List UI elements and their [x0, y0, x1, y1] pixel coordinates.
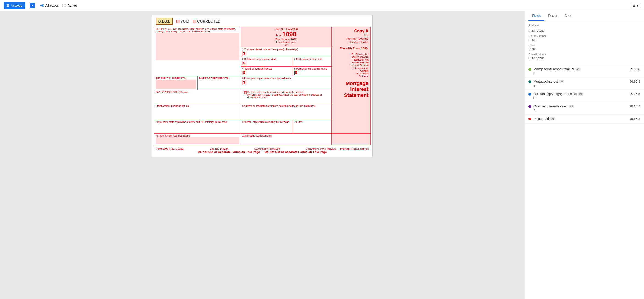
confidence-pct: 99.98% — [630, 117, 640, 121]
account-label: Account number (see instructions) — [156, 135, 239, 137]
box1-label: 1 Mortgage interest received from payer(… — [242, 48, 330, 51]
form-title: Mortgage Interest Statement — [333, 80, 368, 98]
form-bottom: Form 1098 (Rev. 1-2022) Cat. No. 14402K … — [154, 146, 370, 155]
address-section: Address 8181 VOID HouseNumber 8181 Road … — [525, 21, 644, 65]
all-pages-option[interactable]: All pages — [40, 4, 59, 7]
box8-label: 8 Address or description of property sec… — [242, 105, 330, 107]
toolbar-left: ⊞ Analyze ▾ All pages Range — [4, 2, 77, 9]
analyze-icon: ⊞ — [6, 3, 10, 7]
form-word: Form — [276, 34, 282, 37]
confidence-badge: #1 — [569, 105, 574, 108]
confidence-dot — [528, 105, 531, 108]
title-line2: Interest — [333, 86, 368, 92]
confidence-info: MortgageInterest #1 $ — [534, 80, 630, 87]
void-check-square — [176, 20, 180, 23]
title-line3: Statement — [333, 92, 368, 98]
confidence-name-text: PointsPaid — [534, 117, 549, 121]
document-wrapper: 8181 VOID CORRECTED RECIPIENT'S/LENDER'S… — [152, 15, 373, 157]
city-state-value — [156, 123, 239, 132]
confidence-value: $ — [534, 109, 630, 112]
form-label: Form 1098 — [242, 30, 330, 38]
recipient-tin-label: RECIPIENT'S/LENDER'S TIN — [156, 77, 196, 80]
page-range-group: All pages Range — [40, 4, 77, 7]
confidence-value: $ — [534, 84, 630, 87]
document-area: 8181 VOID CORRECTED RECIPIENT'S/LENDER'S… — [0, 11, 524, 299]
range-option[interactable]: Range — [62, 4, 77, 7]
analyze-button[interactable]: ⊞ Analyze — [4, 2, 25, 9]
recipient-value-area — [156, 33, 239, 60]
road-field: Road VOID — [528, 44, 640, 51]
box7-checkbox[interactable] — [244, 91, 246, 94]
confidence-dot — [528, 118, 531, 120]
all-pages-radio[interactable] — [40, 4, 44, 7]
confidence-name-text: MortgageInsurancePremium — [534, 67, 574, 71]
confidence-left: OutstandingMortgagePrincipal #1 $ — [528, 92, 630, 100]
omb-number: OMB No. 1545-1380 — [242, 28, 330, 30]
box11-label: 11 Mortgage acquisition date — [242, 135, 330, 137]
confidence-badge: #1 — [576, 67, 580, 71]
confidence-name: MortgageInterest #1 — [534, 80, 630, 83]
street-address-value — [156, 107, 239, 119]
form-bottom-cat: Cat. No. 14402K — [210, 147, 228, 150]
calendar-year-20: 20 — [242, 43, 330, 46]
confidence-value: $ — [534, 96, 630, 100]
confidence-info: PointsPaid #1 — [534, 117, 630, 121]
range-radio[interactable] — [62, 4, 66, 7]
confidence-name-text: MortgageInterest — [534, 80, 558, 83]
confidence-name: OverpaidInterestRefund #1 — [534, 104, 630, 108]
dropdown-arrow-icon: ▾ — [32, 4, 33, 7]
tab-code[interactable]: Code — [561, 11, 576, 21]
void-value: 8181 VOID — [528, 29, 640, 33]
confidence-dot — [528, 80, 531, 83]
confidence-left: MortgageInsurancePremium #1 $ — [528, 67, 630, 75]
box5-dollar: $ — [294, 70, 298, 75]
confidence-badge: #1 — [578, 92, 583, 95]
tab-result[interactable]: Result — [544, 11, 561, 21]
confidence-info: OverpaidInterestRefund #1 $ — [534, 104, 630, 112]
corrected-checkbox[interactable]: CORRECTED — [193, 19, 220, 23]
confidence-item: OutstandingMortgagePrincipal #1 $ 99.95% — [525, 90, 644, 102]
privacy-notice: For Privacy Act and Paperwork Reduction … — [333, 53, 368, 78]
file-with: File with Form 1096. — [333, 47, 368, 50]
box4-label: 4 Refund of overpaid interest — [242, 67, 291, 70]
form-bottom-url: www.irs.gov/Form1098 — [254, 147, 280, 150]
account-value — [156, 137, 239, 144]
confidence-name-text: OverpaidInterestRefund — [534, 104, 568, 108]
confidence-value: $ — [534, 71, 630, 75]
tab-fields[interactable]: Fields — [528, 11, 544, 21]
form-id-box: 8181 — [156, 18, 173, 25]
corrected-check-square — [193, 20, 196, 23]
form-bottom-info: Form 1098 (Rev. 1-2022) Cat. No. 14402K … — [156, 147, 369, 150]
box5-label: 5 Mortgage insurance premiums — [294, 67, 330, 70]
confidence-name-text: OutstandingMortgagePrincipal — [534, 92, 577, 96]
street-address-label: Street address (including apt. no.) — [156, 105, 239, 107]
box1-dollar: $ — [242, 51, 246, 56]
confidence-item: OverpaidInterestRefund #1 $ 98.60% — [525, 102, 644, 115]
all-pages-label: All pages — [46, 4, 59, 7]
confidence-pct: 99.59% — [630, 67, 640, 71]
divider — [27, 2, 28, 9]
confidence-left: MortgageInterest #1 $ — [528, 80, 630, 87]
street-address-label-right: StreetAddress — [528, 53, 640, 56]
range-label: Range — [67, 4, 77, 7]
corrected-label: CORRECTED — [197, 19, 220, 23]
void-checkbox[interactable]: VOID — [176, 19, 189, 23]
recipient-tin-value — [156, 80, 196, 89]
box3-label: 3 Mortgage origination date — [294, 58, 330, 60]
form-bottom-left: Form 1098 (Rev. 1-2022) — [156, 147, 184, 150]
street-address-field: StreetAddress 8181 VOID — [528, 53, 640, 60]
house-number-field: HouseNumber 8181 — [528, 34, 640, 42]
layers-button[interactable]: ⊞ ▾ — [631, 2, 640, 8]
for-irs: For Internal Revenue Service Center — [333, 33, 368, 44]
confidence-name: MortgageInsurancePremium #1 — [534, 67, 630, 71]
form-bottom-dept: Department of the Treasury — Internal Re… — [306, 147, 369, 150]
right-panel-tabs: Fields Result Code — [525, 11, 644, 21]
address-header: Address — [528, 24, 640, 27]
box6-dollar: $ — [242, 80, 246, 85]
confidence-pct: 99.99% — [630, 80, 640, 83]
void-field: 8181 VOID — [528, 29, 640, 33]
confidence-name: OutstandingMortgagePrincipal #1 — [534, 92, 630, 96]
recipient-label: RECIPIENT'S/LENDER'S name, street addres… — [156, 28, 239, 33]
analyze-dropdown-button[interactable]: ▾ — [30, 2, 35, 8]
confidence-info: MortgageInsurancePremium #1 $ — [534, 67, 630, 75]
